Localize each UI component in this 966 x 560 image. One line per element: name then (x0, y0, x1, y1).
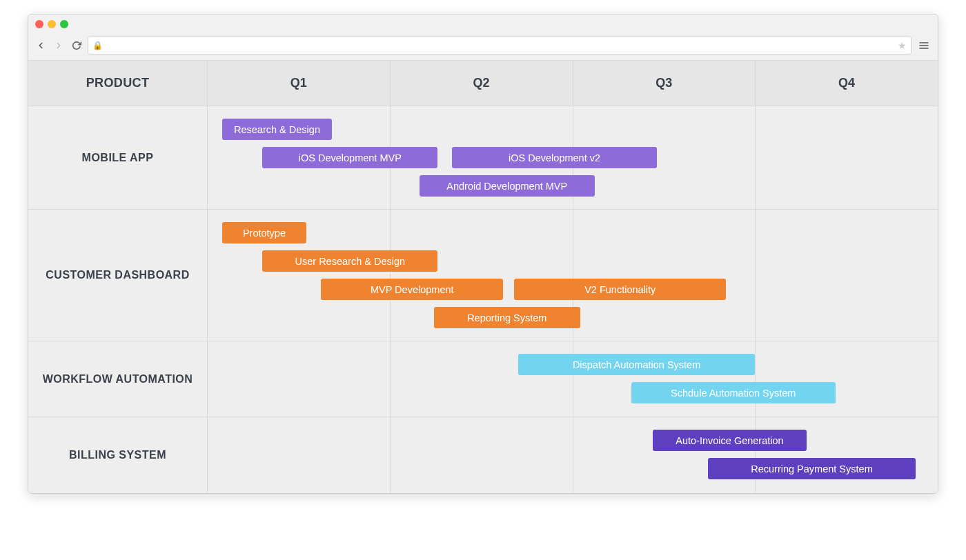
bookmark-star-icon[interactable]: ★ (898, 40, 907, 51)
window-zoom-icon[interactable] (60, 20, 68, 28)
row-label: BILLING SYSTEM (28, 417, 208, 493)
arrow-right-icon (54, 41, 63, 50)
back-button[interactable] (34, 39, 48, 52)
bar-line: Schdule Automation System (208, 382, 938, 403)
window-close-icon[interactable] (35, 20, 43, 28)
roadmap-row: WORKFLOW AUTOMATIONDispatch Automation S… (28, 341, 938, 417)
row-label: WORKFLOW AUTOMATION (28, 341, 208, 417)
hamburger-icon (918, 40, 929, 51)
bar-line: Auto-Invoice Generation (208, 430, 938, 451)
roadmap-bar[interactable]: iOS Development MVP (262, 147, 437, 168)
bars-container: Research & DesigniOS Development MVPiOS … (208, 119, 938, 197)
row-body: Research & DesigniOS Development MVPiOS … (208, 106, 938, 209)
roadmap-bar[interactable]: iOS Development v2 (452, 147, 656, 168)
roadmap-bar[interactable]: Android Development MVP (420, 175, 595, 197)
reload-button[interactable] (70, 39, 83, 52)
bars-container: Dispatch Automation SystemSchdule Automa… (208, 354, 938, 403)
roadmap-row: MOBILE APPResearch & DesigniOS Developme… (28, 106, 938, 210)
roadmap-bar[interactable]: User Research & Design (262, 250, 437, 272)
roadmap-bar[interactable]: Prototype (222, 222, 306, 243)
browser-window: 🔒 ★ PRODUCT Q1 Q2 Q3 Q4 MOBILE APPResear… (28, 14, 938, 494)
bar-line: Recurring Payment System (208, 458, 938, 479)
forward-button[interactable] (52, 39, 66, 52)
column-header-product: PRODUCT (28, 61, 208, 106)
address-bar[interactable]: 🔒 ★ (88, 37, 911, 54)
reload-icon (72, 41, 81, 50)
bar-line: Prototype (208, 222, 938, 243)
roadmap-header-row: PRODUCT Q1 Q2 Q3 Q4 (28, 61, 938, 106)
bar-line: Research & Design (208, 119, 938, 140)
arrow-left-icon (36, 41, 46, 50)
roadmap-bar[interactable]: V2 Functionality (514, 279, 726, 300)
column-header-q1: Q1 (208, 61, 391, 106)
bar-line: Dispatch Automation System (208, 354, 938, 375)
row-body: Auto-Invoice GenerationRecurring Payment… (208, 417, 938, 493)
roadmap-row: BILLING SYSTEMAuto-Invoice GenerationRec… (28, 417, 938, 493)
roadmap-bar[interactable]: Auto-Invoice Generation (653, 430, 806, 451)
row-body: PrototypeUser Research & DesignMVP Devel… (208, 210, 938, 341)
column-header-q3: Q3 (573, 61, 756, 106)
row-label: CUSTOMER DASHBOARD (28, 210, 208, 341)
bar-line: Android Development MVP (208, 175, 938, 197)
bar-line: Reporting System (208, 307, 938, 328)
window-titlebar (28, 14, 938, 34)
roadmap-bar[interactable]: MVP Development (321, 279, 504, 300)
browser-menu-button[interactable] (916, 37, 932, 54)
roadmap-bar[interactable]: Research & Design (222, 119, 332, 140)
window-minimize-icon[interactable] (48, 20, 56, 28)
bar-line: MVP DevelopmentV2 Functionality (208, 279, 938, 300)
column-header-q4: Q4 (756, 61, 938, 106)
roadmap-row: CUSTOMER DASHBOARDPrototypeUser Research… (28, 210, 938, 341)
roadmap-bar[interactable]: Dispatch Automation System (518, 354, 756, 375)
bar-line: User Research & Design (208, 250, 938, 272)
roadmap-grid: PRODUCT Q1 Q2 Q3 Q4 MOBILE APPResearch &… (28, 61, 938, 493)
bar-line: iOS Development MVPiOS Development v2 (208, 147, 938, 168)
column-header-q2: Q2 (391, 61, 573, 106)
roadmap-bar[interactable]: Schdule Automation System (631, 382, 836, 403)
roadmap-bar[interactable]: Recurring Payment System (708, 458, 916, 479)
row-body: Dispatch Automation SystemSchdule Automa… (208, 341, 938, 417)
browser-toolbar: 🔒 ★ (28, 34, 938, 61)
row-label: MOBILE APP (28, 106, 208, 209)
roadmap-bar[interactable]: Reporting System (434, 307, 580, 328)
lock-icon: 🔒 (92, 41, 103, 50)
bars-container: Auto-Invoice GenerationRecurring Payment… (208, 430, 938, 479)
bars-container: PrototypeUser Research & DesignMVP Devel… (208, 222, 938, 328)
